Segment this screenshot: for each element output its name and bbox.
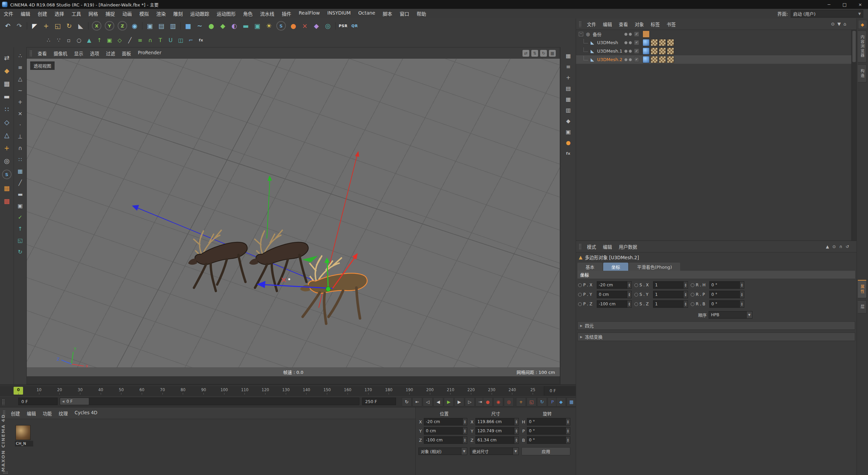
render-settings-icon[interactable]: ▥ <box>167 20 179 32</box>
last-tool-icon[interactable]: ◣ <box>75 20 86 32</box>
prev-frame-icon[interactable]: ◀ <box>433 397 443 406</box>
separator[interactable] <box>140 21 144 31</box>
undo-icon[interactable]: ↶ <box>2 20 14 32</box>
size-z-field[interactable]: 61.34 cm▲▼ <box>475 436 519 444</box>
redo-icon[interactable]: ↷ <box>14 20 25 32</box>
workplane-mode-icon[interactable]: ▬ <box>1 91 13 102</box>
scrollbar-thumb[interactable] <box>852 31 856 62</box>
texture-tag-icon[interactable] <box>659 56 666 63</box>
doodle-icon[interactable]: ● <box>563 137 573 148</box>
measure-tool-icon[interactable]: ⌐ <box>186 35 196 45</box>
stepper-icon[interactable]: ▲▼ <box>627 282 631 288</box>
maximize-button[interactable]: □ <box>837 0 852 9</box>
content-browser-icon[interactable]: ▤ <box>563 83 573 93</box>
enable-checkbox[interactable]: ✓ <box>634 40 639 45</box>
texture-tag-icon[interactable] <box>659 48 666 55</box>
enable-snap-icon[interactable]: S <box>2 170 12 179</box>
coordinate-system-icon[interactable]: ◉ <box>129 20 140 32</box>
light-icon[interactable]: ☀ <box>263 20 275 32</box>
reindeer-model-2[interactable] <box>249 230 308 291</box>
mirror-tool-icon[interactable]: ◫ <box>176 35 186 45</box>
console-icon[interactable]: ≡ <box>563 61 573 72</box>
menubar-item[interactable]: 流水线 <box>256 9 278 18</box>
object-row-u3dmesh2-selected[interactable]: ◣ U3DMesh.2 ✓ <box>576 55 852 64</box>
viewport-layout-icon[interactable]: ▦ <box>563 51 573 61</box>
array-generator-icon[interactable]: ◆ <box>217 20 229 32</box>
enable-checkbox[interactable]: ✓ <box>634 32 639 37</box>
lock-z-axis-icon[interactable]: Z <box>118 21 127 31</box>
script-palette-icon[interactable]: fx <box>563 148 573 158</box>
separator[interactable] <box>179 21 182 31</box>
keyframe-selection-icon[interactable]: ◎ <box>504 397 514 406</box>
stepper-icon[interactable]: ▲▼ <box>627 291 631 298</box>
object-manager-menu-item[interactable]: 书签 <box>663 20 679 28</box>
menubar-item[interactable]: 运动跟踪 <box>186 9 213 18</box>
object-manager-scrollbar[interactable] <box>851 30 856 241</box>
minimize-button[interactable]: ─ <box>821 0 837 9</box>
gizmo-y-arrow[interactable] <box>324 258 330 263</box>
menubar-item[interactable]: 动画 <box>119 9 136 18</box>
stepper-icon[interactable]: ▲▼ <box>462 428 467 434</box>
tab-layers[interactable]: 层 <box>858 300 867 314</box>
next-key-icon[interactable]: ▷ <box>465 397 475 406</box>
primitive-cube-icon[interactable]: ■ <box>182 20 194 32</box>
gizmo-y-handle[interactable] <box>326 287 331 291</box>
rotate-icon[interactable]: ↻ <box>63 20 75 32</box>
z-axis-arrow[interactable] <box>132 205 139 211</box>
rb-field[interactable]: 0 °▲▼ <box>709 300 744 308</box>
size-x-field[interactable]: 119.866 cm▲▼ <box>475 418 519 425</box>
editor-visibility-dot[interactable] <box>624 50 628 53</box>
stepper-icon[interactable]: ▲▼ <box>627 301 631 307</box>
edge-cut-icon[interactable]: ≡ <box>135 35 145 45</box>
keyframe-circle-icon[interactable] <box>691 293 694 297</box>
phong-tag-icon[interactable] <box>643 48 650 55</box>
normal-rotate-icon[interactable]: ↻ <box>15 247 25 257</box>
inner-extrude-icon[interactable]: ▣ <box>104 35 115 45</box>
keyframe-circle-icon[interactable] <box>691 302 694 306</box>
viewport-name-label[interactable]: 透视视图 <box>30 61 55 70</box>
stepper-icon[interactable]: ▲▼ <box>739 291 744 298</box>
texture-tag-icon[interactable] <box>651 39 658 46</box>
texture-mode-icon[interactable]: ▦ <box>1 78 13 89</box>
polygon-pen-icon[interactable]: ▲ <box>84 35 94 45</box>
timeline-ruler[interactable]: 0102030405060708090100110120130140150160… <box>0 386 576 396</box>
object-name[interactable]: 备份 <box>593 31 601 37</box>
texture-tag-icon[interactable] <box>667 56 674 63</box>
polygon-object-icon[interactable]: ◣ <box>589 56 596 63</box>
object-row-u3dmesh[interactable]: ◣ U3DMesh ✓ <box>576 38 852 47</box>
attribute-menu-item[interactable]: 用户数据 <box>615 242 640 251</box>
vertex-snap-icon[interactable]: ∴ <box>15 51 25 61</box>
material-menu-item[interactable]: 功能 <box>39 409 55 418</box>
play-icon[interactable]: ▶ <box>444 397 454 406</box>
menubar-item[interactable]: Octane <box>354 9 379 18</box>
py-field[interactable]: 0 cm▲▼ <box>597 291 632 298</box>
loop-playback-icon[interactable]: ↻ <box>402 397 412 406</box>
render-visibility-dot[interactable] <box>629 58 632 61</box>
render-visibility-dot[interactable] <box>629 50 632 53</box>
bend-deformer-icon[interactable]: ◐ <box>229 20 240 32</box>
record-keyframe-icon[interactable]: ● <box>483 397 493 406</box>
keyframe-circle-icon[interactable] <box>634 302 638 306</box>
tab-basic[interactable]: 基本 <box>577 263 603 271</box>
stepper-icon[interactable]: ▲▼ <box>739 282 744 288</box>
viewport-menu-item[interactable]: 查看 <box>34 49 50 58</box>
dolly-view-icon[interactable]: ⇅ <box>531 50 538 57</box>
phong-tag-icon[interactable] <box>643 39 650 46</box>
stepper-icon[interactable]: ▲▼ <box>514 418 518 425</box>
rotation-b-field[interactable]: 0 °▲▼ <box>527 436 570 444</box>
qr-icon[interactable]: QR <box>349 20 360 32</box>
material-menu-item[interactable]: 纹理 <box>55 409 71 418</box>
object-manager-menu-item[interactable]: 查看 <box>615 20 631 28</box>
material-name-label[interactable]: CH_N <box>15 441 33 446</box>
viewport-menu-item[interactable]: ProRender <box>135 49 165 58</box>
snap-settings-icon[interactable]: ∵ <box>54 35 64 45</box>
object-manager-menu-item[interactable]: 文件 <box>584 20 599 28</box>
end-frame-field[interactable]: 250 F <box>362 398 396 405</box>
attribute-menu-item[interactable]: 模式 <box>584 242 599 251</box>
selection-filter-icon[interactable]: ∴ <box>43 35 54 45</box>
reindeer-model-3-selected[interactable] <box>296 252 370 328</box>
position-x-field[interactable]: -20 cm▲▼ <box>424 418 467 425</box>
null-object-icon[interactable]: ◎ <box>585 31 591 38</box>
viewport-menu-item[interactable]: 面板 <box>119 49 135 58</box>
material-menu-item[interactable]: 创建 <box>7 409 23 418</box>
